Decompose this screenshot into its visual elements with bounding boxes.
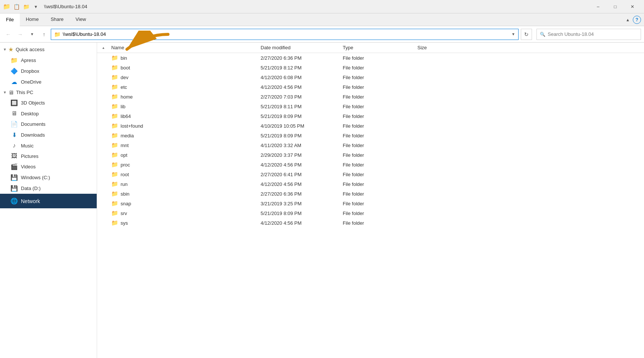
file-name-cell: 📁 mnt [108, 142, 258, 149]
table-row[interactable]: 📁 dev 4/12/2020 6:08 PM File folder [97, 72, 644, 82]
file-name-cell: 📁 run [108, 181, 258, 187]
file-date-cell: 2/27/2020 6:36 PM [258, 191, 340, 197]
file-name-cell: 📁 sys [108, 220, 258, 226]
file-name-cell: 📁 etc [108, 84, 258, 90]
table-row[interactable]: 📁 lib 5/21/2019 8:11 PM File folder [97, 102, 644, 111]
file-date-cell: 2/27/2020 6:41 PM [258, 172, 340, 177]
file-date-cell: 4/12/2020 4:56 PM [258, 181, 340, 187]
column-header-size[interactable]: Size [414, 44, 459, 51]
minimize-button[interactable]: – [589, 0, 607, 13]
file-name-cell: 📁 boot [108, 64, 258, 71]
sidebar-item-this-pc[interactable]: ▼ 🖥 This PC [0, 87, 97, 97]
file-list: 📁 bin 2/27/2020 6:36 PM File folder 📁 bo… [97, 53, 644, 358]
sidebar-item-3d-objects[interactable]: 🔲 3D Objects [0, 97, 97, 108]
windows-c-icon: 💾 [10, 174, 18, 181]
tab-share[interactable]: Share [45, 13, 70, 26]
sidebar-item-desktop[interactable]: 🖥 Desktop [0, 108, 97, 119]
sidebar-item-network[interactable]: 🌐 Network [0, 194, 97, 208]
folder-icon: 📁 [111, 103, 118, 110]
maximize-button[interactable]: □ [607, 0, 624, 13]
ribbon-collapse-button[interactable]: ▲ [626, 18, 630, 22]
folder-icon: 📁 [111, 74, 118, 81]
table-row[interactable]: 📁 run 4/12/2020 4:56 PM File folder [97, 179, 644, 189]
sidebar-item-apress[interactable]: 📁 Apress [0, 55, 97, 66]
sidebar-item-downloads[interactable]: ⬇ Downloads [0, 130, 97, 140]
search-bar[interactable]: 🔍 Search Ubuntu-18.04 [536, 29, 641, 40]
file-type-cell: File folder [340, 143, 414, 148]
table-row[interactable]: 📁 lost+found 4/10/2019 10:05 PM File fol… [97, 121, 644, 131]
table-row[interactable]: 📁 boot 5/21/2019 8:12 PM File folder [97, 63, 644, 72]
title-bar-controls: – □ ✕ [589, 0, 641, 13]
forward-button[interactable]: → [15, 29, 25, 40]
3d-objects-label: 3D Objects [21, 100, 45, 106]
sidebar-item-onedrive[interactable]: ☁ OneDrive [0, 77, 97, 87]
folder-icon: 📁 [22, 3, 30, 10]
folder-icon: 📁 [111, 220, 118, 226]
sidebar-item-documents[interactable]: 📄 Documents [0, 119, 97, 130]
file-name-cell: 📁 root [108, 171, 258, 178]
tab-home[interactable]: Home [20, 13, 45, 26]
this-pc-label: This PC [16, 90, 33, 95]
table-row[interactable]: 📁 snap 3/21/2019 3:25 PM File folder [97, 199, 644, 208]
address-bar-text: \\wsl$\Ubuntu-18.04 [63, 31, 511, 37]
up-button[interactable]: ↑ [39, 29, 49, 40]
column-header-date[interactable]: Date modified [258, 44, 340, 51]
column-header-name[interactable]: Name ▲ [108, 44, 258, 51]
sidebar-item-quick-access[interactable]: ▼ ★ Quick access [0, 44, 97, 55]
sidebar-item-dropbox[interactable]: 🔷 Dropbox [0, 66, 97, 77]
sidebar-item-videos[interactable]: 🎬 Videos [0, 161, 97, 172]
table-row[interactable]: 📁 lib64 5/21/2019 8:09 PM File folder [97, 111, 644, 121]
table-row[interactable]: 📁 srv 5/21/2019 8:09 PM File folder [97, 208, 644, 218]
file-type-cell: File folder [340, 191, 414, 197]
file-type-cell: File folder [340, 211, 414, 216]
chevron-down-icon-pc: ▼ [3, 90, 7, 94]
file-name-cell: 📁 bin [108, 55, 258, 61]
file-type-cell: File folder [340, 172, 414, 177]
file-type-cell: File folder [340, 123, 414, 129]
file-name-cell: 📁 srv [108, 210, 258, 217]
table-row[interactable]: 📁 sys 4/12/2020 4:56 PM File folder [97, 218, 644, 228]
network-icon: 🌐 [10, 197, 18, 205]
app-icon-stack: 📁 [3, 3, 10, 10]
file-date-cell: 2/29/2020 3:37 PM [258, 152, 340, 158]
folder-icon: 📁 [111, 84, 118, 90]
tab-view[interactable]: View [69, 13, 92, 26]
main-content: ▼ ★ Quick access 📁 Apress 🔷 Dropbox ☁ On… [0, 43, 644, 358]
table-row[interactable]: 📁 etc 4/12/2020 4:56 PM File folder [97, 82, 644, 92]
back-button[interactable]: ← [3, 29, 13, 40]
sidebar-item-windows-c[interactable]: 💾 Windows (C:) [0, 172, 97, 183]
close-button[interactable]: ✕ [624, 0, 641, 13]
table-row[interactable]: 📁 home 2/27/2020 7:03 PM File folder [97, 92, 644, 102]
file-type-cell: File folder [340, 181, 414, 187]
file-date-cell: 4/12/2020 4:56 PM [258, 220, 340, 226]
table-row[interactable]: 📁 opt 2/29/2020 3:37 PM File folder [97, 150, 644, 160]
file-name-cell: 📁 lost+found [108, 122, 258, 129]
onedrive-label: OneDrive [21, 79, 41, 85]
sidebar-item-music[interactable]: ♪ Music [0, 140, 97, 151]
dropdown-arrow-icon[interactable]: ▼ [32, 3, 40, 10]
quick-access-star-icon: ★ [8, 46, 13, 53]
help-button[interactable]: ? [633, 16, 641, 24]
table-row[interactable]: 📁 media 5/21/2019 8:09 PM File folder [97, 131, 644, 140]
table-row[interactable]: 📁 sbin 2/27/2020 6:36 PM File folder [97, 189, 644, 199]
table-row[interactable]: 📁 mnt 4/11/2020 3:32 AM File folder [97, 140, 644, 150]
file-date-cell: 2/27/2020 7:03 PM [258, 94, 340, 100]
apress-icon: 📁 [10, 57, 18, 64]
table-row[interactable]: 📁 proc 4/12/2020 4:56 PM File folder [97, 160, 644, 169]
address-bar-dropdown-icon[interactable]: ▼ [511, 32, 515, 36]
column-header-type[interactable]: Type [340, 44, 414, 51]
folder-icon: 📁 [111, 181, 118, 187]
dropdown-nav-button[interactable]: ▼ [27, 29, 37, 40]
sidebar-item-pictures[interactable]: 🖼 Pictures [0, 151, 97, 161]
address-bar[interactable]: 📁 \\wsl$\Ubuntu-18.04 ▼ [51, 29, 519, 40]
table-row[interactable]: 📁 bin 2/27/2020 6:36 PM File folder [97, 53, 644, 63]
title-bar-icons: 📁 📋 📁 ▼ [3, 3, 40, 10]
title-bar: 📁 📋 📁 ▼ \\wsl$\Ubuntu-18.04 – □ ✕ [0, 0, 644, 13]
file-type-cell: File folder [340, 162, 414, 168]
sidebar-item-data-d[interactable]: 💾 Data (D:) [0, 183, 97, 194]
dropbox-icon: 🔷 [10, 68, 18, 75]
tab-file[interactable]: File [0, 13, 20, 26]
refresh-button[interactable]: ↻ [521, 29, 532, 40]
folder-icon: 📁 [111, 152, 118, 158]
table-row[interactable]: 📁 root 2/27/2020 6:41 PM File folder [97, 169, 644, 179]
